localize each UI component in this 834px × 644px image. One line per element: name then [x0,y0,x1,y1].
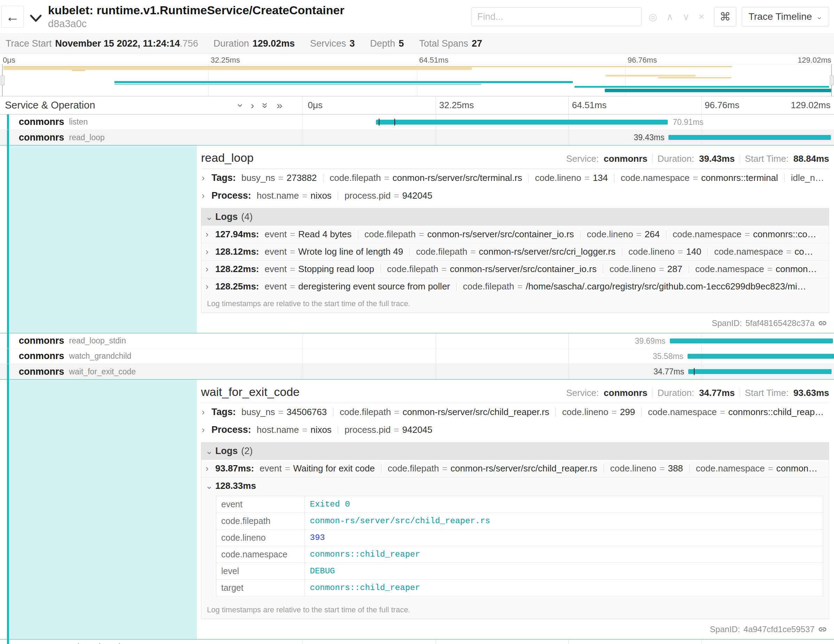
find-input[interactable] [471,7,642,26]
timeline-header: Service & Operation › › » » 0μs 32.25ms … [0,96,834,115]
field-separator [381,464,381,473]
clear-search-icon[interactable]: × [699,11,704,22]
stat-value: 88.84ms [793,154,829,164]
span-timeline-cell[interactable]: 34.77ms [302,364,834,379]
field-value: 388 [668,463,683,474]
span-name-cell[interactable]: conmonrs wait_for_exit_code [0,364,302,379]
tags-section[interactable]: › Tags: busy_ns=34506763code.filepath=co… [201,403,829,421]
span-detail-stats: Service:conmonrs Duration:39.43ms Start … [566,154,829,164]
minimap-right-handle[interactable] [831,65,832,96]
minimap-tick: 64.51ms [419,56,448,65]
log-field-row: level DEBUG [216,563,823,579]
equals-sign: = [611,407,617,417]
field-separator [380,265,381,273]
chevron-right-icon: › [205,282,215,291]
locate-span-icon[interactable]: ◎ [649,11,657,23]
field-value: 134 [593,173,608,183]
field-key: code.lineno [535,173,581,183]
field-key: code.lineno [609,264,656,274]
log-field-key: code.lineno [216,529,305,546]
back-button[interactable]: ← [2,6,24,28]
view-selector-button[interactable]: Trace Timeline ⌄ [742,7,829,26]
chevron-right-icon: › [202,425,212,435]
span-detail-read-loop: read_loop Service:conmonrs Duration:39.4… [0,145,834,333]
span-name-cell[interactable]: conmonrs listen [0,115,302,129]
field-value: co… [795,246,813,257]
span-timeline-cell[interactable]: 39.69ms [302,333,834,348]
span-row-read-loop: conmonrs read_loop 39.43ms [0,130,834,145]
timeline-minimap: 0μs 32.25ms 64.51ms 96.76ms 129.02ms [0,53,834,96]
expand-all-icon[interactable]: » [276,100,283,111]
span-name-cell[interactable]: conmonrs read_loop [0,130,302,145]
log-entry[interactable]: › 93.87ms: event=Waiting for exit codeco… [201,460,829,477]
equals-sign: = [693,173,698,183]
link-icon[interactable] [818,319,827,328]
equals-sign: = [441,264,446,274]
log-entry[interactable]: › 127.94ms: event=Read 4 bytescode.filep… [201,225,829,243]
log-entry[interactable]: › 128.25ms: event=deregistering event so… [201,278,829,295]
equals-sign: = [584,173,590,183]
chevron-right-icon: › [202,191,212,201]
log-field-value: Exited 0 [305,496,823,513]
span-timeline-cell[interactable]: 70.91ms [302,115,834,129]
stat-value: 39.43ms [699,154,735,164]
trace-start-stat: Trace StartNovember 15 2022, 11:24:14.75… [6,38,198,49]
logs-header[interactable]: ⌄ Logs (2) [201,443,829,460]
timeline-ruler: 0μs 32.25ms 64.51ms 96.76ms 129.02ms [302,96,834,114]
keyboard-shortcuts-button[interactable]: ⌘ [714,7,736,26]
span-name-cell[interactable]: conmonrs write_exit_path [0,639,302,644]
operation-name: read_loop [69,133,105,142]
span-name-cell[interactable]: conmonrs read_loop_stdin [0,333,302,348]
span-timeline-cell[interactable]: 39.43ms [302,130,834,145]
span-name-cell[interactable]: conmonrs watch_grandchild [0,349,302,364]
span-bar[interactable] [688,354,834,359]
log-entry[interactable]: › 128.22ms: event=Stopping read loopcode… [201,260,829,278]
logs-header[interactable]: ⌄ Logs (4) [201,209,829,225]
span-bar[interactable] [688,369,832,374]
operation-name: write_exit_path [69,642,123,644]
field-key: event [265,229,287,239]
field-separator [707,248,708,256]
minimap-canvas[interactable] [0,64,834,96]
link-icon[interactable] [818,625,827,634]
service-name: conmonrs [19,351,64,361]
log-entry[interactable]: › 128.12ms: event=Wrote log line of leng… [201,243,829,260]
tags-section[interactable]: › Tags: busy_ns=273882code.filepath=conm… [201,169,829,187]
field-key: host.name [257,424,299,435]
collapse-all-icon[interactable]: » [259,102,271,108]
ruler-tick: 129.02ms [791,100,831,111]
expand-one-icon[interactable]: › [251,100,254,111]
minimap-span-bar [605,89,832,92]
span-bar[interactable] [670,338,833,343]
field-value: conmon… [776,463,818,474]
spanid-value: 4a947cfd1ce59537 [743,625,815,634]
prev-match-icon[interactable]: ∧ [666,11,674,23]
logs-count: (4) [241,212,253,222]
log-field-key: event [216,496,305,513]
span-timeline-cell[interactable]: 35.58ms [302,349,834,364]
field-value: 942045 [402,190,433,201]
tag-list: busy_ns=34506763code.filepath=conmon-rs/… [241,407,824,417]
top-bar: ← kubelet: runtime.v1.RuntimeService/Cre… [0,0,834,33]
minimap-span-bar [115,84,481,85]
tag-overflow: idle_n… [778,173,824,183]
equals-sign: = [636,229,641,239]
log-entry-expanded[interactable]: ⌄ 128.33ms [201,477,829,494]
log-field-key: target [216,579,305,596]
next-match-icon[interactable]: ∨ [682,11,690,23]
operation-name: wait_for_exit_code [69,367,136,377]
operation-name: watch_grandchild [69,351,131,361]
span-bar[interactable] [668,135,831,140]
process-section[interactable]: › Process: host.name=nixosprocess.pid=94… [201,421,829,439]
minimap-left-handle[interactable] [2,65,3,96]
span-timeline-cell[interactable]: 303μs [302,639,834,644]
process-section[interactable]: › Process: host.name=nixosprocess.pid=94… [201,187,829,205]
trace-summary-bar: Trace StartNovember 15 2022, 11:24:14.75… [0,33,834,53]
log-field-value: conmon-rs/server/src/child_reaper.rs [305,513,823,529]
span-row-read-loop-stdin: conmonrs read_loop_stdin 39.69ms [0,333,834,349]
trace-header-collapse-icon[interactable] [30,14,42,25]
log-field-key: level [216,563,305,579]
stat-label: Start Time: [745,388,789,398]
collapse-one-icon[interactable]: › [235,104,247,107]
span-bar[interactable] [376,120,668,125]
